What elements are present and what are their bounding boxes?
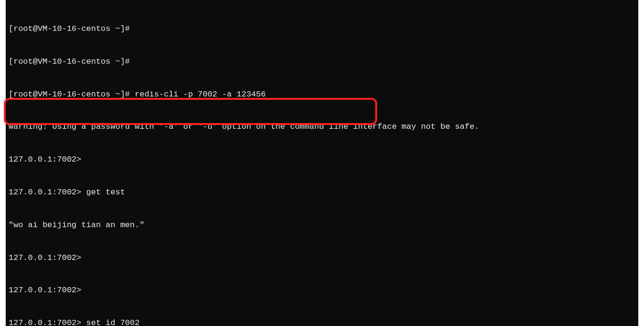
terminal-line: 127.0.0.1:7002> <box>9 253 635 264</box>
terminal-line: Warning: Using a password with '-a' or '… <box>9 122 635 133</box>
terminal-line: [root@VM-10-16-centos ~]# <box>9 24 635 35</box>
terminal-line: [root@VM-10-16-centos ~]# redis-cli -p 7… <box>9 89 635 100</box>
terminal-line: 127.0.0.1:7002> <box>9 154 635 165</box>
terminal-line: 127.0.0.1:7002> <box>9 285 635 296</box>
terminal-line: [root@VM-10-16-centos ~]# <box>9 57 635 67</box>
terminal-output[interactable]: [root@VM-10-16-centos ~]# [root@VM-10-16… <box>6 0 638 326</box>
terminal-session-7002: [root@VM-10-16-centos ~]# [root@VM-10-16… <box>0 0 644 326</box>
terminal-line: "wo ai beijing tian an men." <box>9 220 635 231</box>
terminal-line: 127.0.0.1:7002> get test <box>9 187 635 198</box>
terminal-line: 127.0.0.1:7002> set id 7002 <box>9 318 635 326</box>
